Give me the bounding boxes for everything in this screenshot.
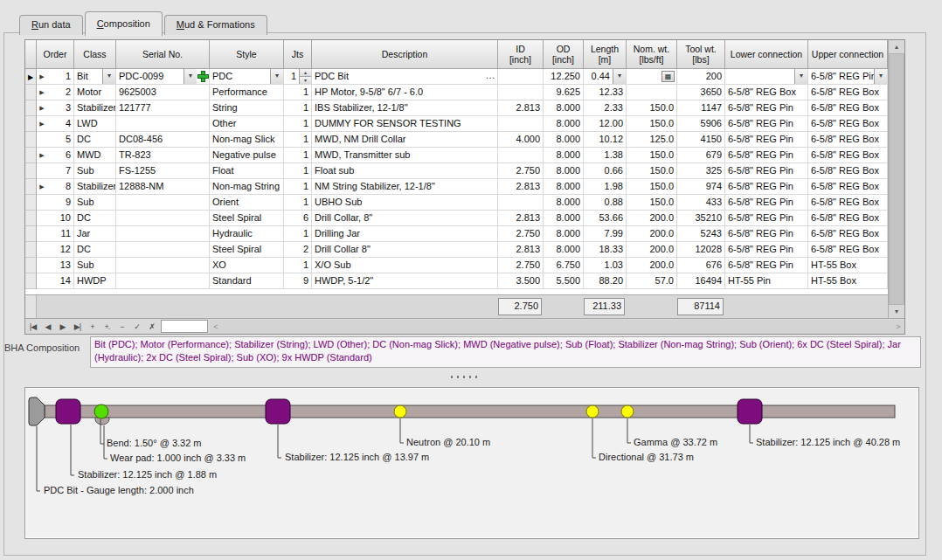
cell-serial[interactable]: FS-1255 <box>116 163 210 179</box>
row-select-gutter[interactable] <box>25 132 37 148</box>
cell-style[interactable]: Hydraulic <box>210 226 284 242</box>
table-row[interactable]: ▶ 2 Motor 9625003 Performance 1 HP Motor… <box>25 85 888 100</box>
table-row[interactable]: ▶ 6 MWD TR-823 Negative pulse 1 MWD, Tra… <box>25 148 888 163</box>
row-select-gutter[interactable] <box>25 242 37 258</box>
cell-jts[interactable]: 1 <box>284 116 312 132</box>
chevron-down-icon[interactable]: ▾ <box>270 69 283 84</box>
row-select-gutter[interactable] <box>25 116 37 132</box>
jts-editor[interactable]: 1 ▴ ▾ <box>284 69 312 85</box>
cell-jts[interactable]: 1 <box>284 163 312 179</box>
class-value[interactable]: Bit <box>74 69 102 84</box>
serial-value[interactable]: PDC-0099 <box>116 69 184 84</box>
cell-jts[interactable]: 2 <box>284 242 312 258</box>
insert-record-button[interactable]: + <box>85 320 100 334</box>
cell-style[interactable]: Steel Spiral <box>210 211 284 226</box>
cell-serial[interactable] <box>116 116 210 132</box>
cell-id[interactable] <box>498 69 544 85</box>
cell-lower-connection[interactable]: 6-5/8" REG Pin <box>725 258 808 273</box>
cell-upper-connection[interactable]: 6-5/8" REG Box <box>808 100 888 116</box>
cell-description[interactable]: HWDP, 5-1/2" <box>312 273 498 289</box>
ellipsis-button[interactable]: … <box>483 69 497 84</box>
cell-id[interactable]: 2.750 <box>498 226 544 242</box>
cell-tool-wt[interactable]: 5906 <box>677 116 725 132</box>
vertical-scrollbar[interactable]: ▴ ▾ <box>888 40 904 318</box>
cell-class[interactable]: MWD <box>74 148 116 163</box>
cell-nom-wt[interactable]: 200.0 <box>627 226 677 242</box>
cell-style[interactable]: Standard <box>210 273 284 289</box>
cell-lower-connection[interactable]: 6-5/8" REG Pin <box>725 163 808 179</box>
cell-jts[interactable]: 1 <box>284 85 312 100</box>
cell-style[interactable]: Non-mag Slick <box>210 132 284 148</box>
cell-id[interactable] <box>498 195 544 211</box>
cell-upper-connection[interactable]: 6-5/8" REG Box <box>808 179 888 195</box>
table-row[interactable]: ▶ 5 DC DC08-456 Non-mag Slick 1 MWD, NM … <box>25 132 888 148</box>
column-header[interactable]: Upper connection <box>808 40 888 69</box>
add-serial-icon[interactable] <box>197 69 209 84</box>
cell-od[interactable]: 8.000 <box>544 132 584 148</box>
cell-lower-connection[interactable]: 6-5/8" REG Pin <box>725 211 808 226</box>
tab-run-data[interactable]: Run data <box>19 15 83 35</box>
cell-upper-connection[interactable]: 6-5/8" REG Box <box>808 132 888 148</box>
column-header[interactable]: ID [inch] <box>498 40 544 69</box>
table-row[interactable]: ▶ 10 DC Steel Spiral 6 Drill Collar, 8" … <box>25 211 888 226</box>
upper-connection-value[interactable]: 6-5/8" REG Pin <box>808 69 874 84</box>
cell-description[interactable]: IBS Stabilizer, 12-1/8" <box>312 100 498 116</box>
cell-od[interactable]: 8.000 <box>544 116 584 132</box>
cell-serial[interactable] <box>116 226 210 242</box>
cell-upper-connection[interactable]: 6-5/8" REG Box <box>808 148 888 163</box>
cell-nom-wt[interactable]: 150.0 <box>627 163 677 179</box>
cell-id[interactable]: 3.500 <box>498 273 544 289</box>
cell-description[interactable]: MWD, Transmitter sub <box>312 148 498 163</box>
cell-description[interactable]: HP Motor, 9-5/8" 6/7 - 6.0 <box>312 85 498 100</box>
cell-id[interactable]: 2.813 <box>498 179 544 195</box>
expand-row-icon[interactable]: ▶ <box>37 179 47 194</box>
cancel-edit-button[interactable]: ✗ <box>144 320 159 334</box>
cell-jts[interactable]: 1 <box>284 132 312 148</box>
chevron-down-icon[interactable]: ▾ <box>874 69 887 84</box>
cell-tool-wt[interactable]: 200 <box>677 69 725 85</box>
calculator-icon[interactable]: ▦ <box>661 71 675 82</box>
row-select-gutter[interactable] <box>25 179 37 195</box>
expand-row-icon[interactable]: ▶ <box>37 100 47 115</box>
tab-mud-formations[interactable]: Mud & Formations <box>164 15 267 35</box>
cell-description[interactable]: Float sub <box>312 163 498 179</box>
cell-nom-wt[interactable]: 150.0 <box>627 195 677 211</box>
column-header[interactable]: Order <box>37 40 74 69</box>
row-select-gutter[interactable] <box>25 226 37 242</box>
cell-length[interactable]: 10.12 <box>584 132 627 148</box>
cell-serial[interactable]: TR-823 <box>116 148 210 163</box>
cell-style[interactable]: Steel Spiral <box>210 242 284 258</box>
row-select-gutter[interactable] <box>25 258 37 273</box>
cell-lower-connection[interactable]: 6-5/8" REG Pin <box>725 132 808 148</box>
cell-lower-connection[interactable]: 6-5/8" REG Pin <box>725 148 808 163</box>
cell-lower-connection[interactable]: 6-5/8" REG Pin <box>725 195 808 211</box>
cell-serial[interactable] <box>116 211 210 226</box>
cell-nom-wt[interactable]: 57.0 <box>627 273 677 289</box>
column-header[interactable]: Description <box>312 40 498 69</box>
delete-record-button[interactable]: − <box>114 320 129 334</box>
cell-description[interactable]: X/O Sub <box>312 258 498 273</box>
cell-length[interactable]: 7.99 <box>584 226 627 242</box>
cell-tool-wt[interactable]: 16494 <box>677 273 725 289</box>
cell-serial[interactable] <box>116 273 210 289</box>
table-row[interactable]: ▶ 14 HWDP Standard 9 HWDP, 5-1/2" 3.500 … <box>25 273 888 289</box>
row-select-gutter[interactable] <box>25 148 37 163</box>
cell-nom-wt[interactable]: 150.0 <box>627 100 677 116</box>
cell-lower-connection[interactable]: 6-5/8" REG Box <box>725 85 808 100</box>
expand-row-icon[interactable]: ▶ <box>37 69 47 84</box>
cell-description[interactable]: Drill Collar, 8" <box>312 211 498 226</box>
chevron-down-icon[interactable]: ▾ <box>102 69 115 84</box>
post-edit-button[interactable]: ✓ <box>129 320 144 334</box>
first-record-button[interactable]: |◀ <box>25 320 40 334</box>
cell-length[interactable]: 12.33 <box>584 85 627 100</box>
navigator-edit-box[interactable] <box>161 320 208 333</box>
append-record-button[interactable]: +. <box>100 320 114 334</box>
cell-nom-wt[interactable] <box>627 85 677 100</box>
chevron-down-icon[interactable]: ▾ <box>794 69 807 84</box>
cell-upper-connection[interactable]: 6-5/8" REG Box <box>808 242 888 258</box>
cell-description[interactable]: Drill Collar 8" <box>312 242 498 258</box>
cell-od[interactable]: 8.000 <box>544 211 584 226</box>
cell-description[interactable]: MWD, NM Drill Collar <box>312 132 498 148</box>
cell-jts[interactable]: 1 <box>284 100 312 116</box>
length-editor[interactable]: 0.44 ▾ <box>584 69 627 85</box>
